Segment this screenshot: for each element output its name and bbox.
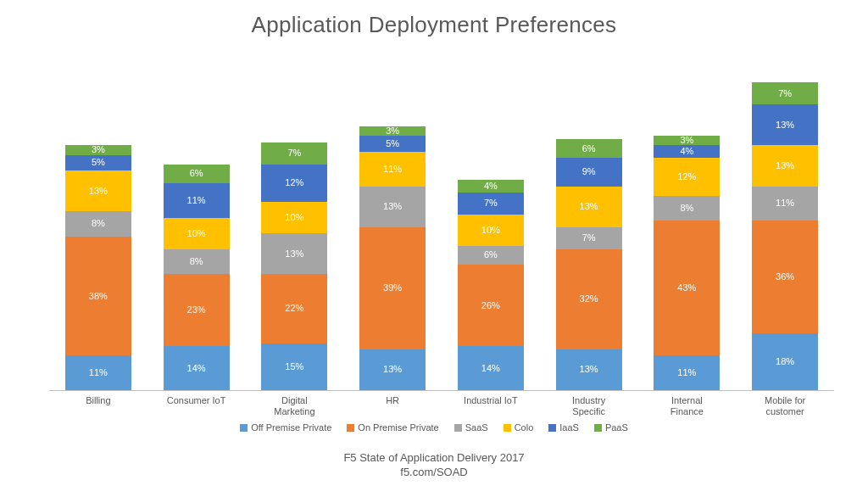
plot-area: 11%38%8%13%5%3%14%23%8%10%11%6%15%22%13%… bbox=[49, 76, 834, 391]
bar-segment: 13% bbox=[359, 187, 426, 227]
bar-segment: 22% bbox=[261, 274, 327, 343]
bar-segment: 4% bbox=[654, 145, 720, 158]
legend-item: Colo bbox=[504, 422, 534, 433]
stacked-bar: 15%22%13%10%12%7% bbox=[261, 142, 327, 390]
bar-segment-value: 32% bbox=[580, 294, 598, 304]
footer-link: f5.com/SOAD bbox=[0, 465, 868, 480]
bar-group: 13%39%13%11%5%3% bbox=[359, 126, 426, 390]
stacked-bar: 14%23%8%10%11%6% bbox=[164, 165, 230, 390]
bar-segment: 10% bbox=[261, 202, 327, 233]
bar-segment-value: 3% bbox=[386, 126, 399, 136]
legend-item: On Premise Private bbox=[347, 422, 438, 433]
bar-segment: 14% bbox=[458, 346, 524, 390]
bar-segment-value: 5% bbox=[386, 139, 399, 148]
bar-segment: 11% bbox=[65, 355, 131, 390]
bar-segment: 3% bbox=[65, 145, 131, 154]
bar-segment-value: 12% bbox=[677, 172, 696, 181]
legend-item: PaaS bbox=[594, 422, 628, 433]
bar-segment-value: 3% bbox=[92, 145, 105, 154]
bar-segment-value: 8% bbox=[92, 219, 105, 228]
bar-segment-value: 10% bbox=[481, 226, 500, 235]
x-axis-label: Industrial IoT bbox=[458, 392, 524, 419]
legend-label: On Premise Private bbox=[358, 422, 438, 433]
bar-segment-value: 13% bbox=[580, 365, 598, 374]
bar-segment-value: 36% bbox=[776, 272, 794, 282]
bar-segment: 9% bbox=[556, 158, 622, 186]
stacked-bar: 13%32%7%13%9%6% bbox=[556, 139, 622, 390]
bar-segment: 12% bbox=[261, 165, 327, 202]
x-axis-labels: BillingConsumer IoTDigital MarketingHRIn… bbox=[49, 392, 834, 419]
legend-swatch bbox=[240, 424, 248, 432]
bar-segment-value: 11% bbox=[776, 198, 794, 208]
bar-segment: 15% bbox=[261, 343, 327, 391]
x-axis-label: Internal Finance bbox=[654, 392, 720, 419]
legend-label: Off Premise Private bbox=[251, 422, 331, 433]
bar-segment: 18% bbox=[752, 333, 818, 390]
bar-segment-value: 6% bbox=[190, 169, 203, 178]
bar-segment-value: 10% bbox=[285, 213, 303, 222]
bar-segment: 13% bbox=[65, 170, 131, 211]
bar-segment-value: 14% bbox=[481, 364, 500, 373]
bar-segment-value: 3% bbox=[680, 136, 693, 145]
stacked-bar: 18%36%11%13%13%7% bbox=[752, 82, 818, 390]
bar-segment: 26% bbox=[458, 265, 524, 346]
stacked-bar: 11%43%8%12%4%3% bbox=[654, 136, 720, 390]
bar-segment: 6% bbox=[556, 139, 622, 158]
bar-segment-value: 13% bbox=[383, 365, 402, 374]
bar-segment: 38% bbox=[65, 237, 131, 356]
bar-group: 11%43%8%12%4%3% bbox=[654, 136, 720, 390]
bar-segment-value: 22% bbox=[285, 304, 303, 313]
bar-segment: 32% bbox=[556, 249, 622, 349]
bar-segment: 14% bbox=[164, 346, 230, 390]
bar-segment-value: 6% bbox=[582, 144, 596, 154]
bar-segment: 13% bbox=[752, 145, 818, 186]
bar-segment: 8% bbox=[164, 249, 230, 275]
bar-segment: 23% bbox=[164, 274, 230, 346]
bar-segment: 10% bbox=[164, 218, 230, 249]
bar-group: 15%22%13%10%12%7% bbox=[261, 142, 327, 390]
bar-segment-value: 8% bbox=[190, 257, 203, 266]
footer-source: F5 State of Application Delivery 2017 bbox=[0, 450, 868, 466]
legend-swatch bbox=[548, 424, 556, 432]
x-axis-label: Industry Specific bbox=[556, 392, 622, 419]
x-axis-label: Digital Marketing bbox=[261, 392, 327, 419]
x-axis-label: Mobile for customer bbox=[752, 392, 818, 419]
bar-segment-value: 26% bbox=[481, 301, 500, 310]
legend-item: IaaS bbox=[548, 422, 579, 433]
x-axis-label: HR bbox=[359, 392, 426, 419]
bar-segment: 7% bbox=[261, 142, 327, 165]
bar-group: 14%26%6%10%7%4% bbox=[458, 180, 524, 390]
bar-segment-value: 4% bbox=[680, 147, 693, 156]
bar-segment-value: 38% bbox=[89, 292, 108, 301]
x-axis-label: Billing bbox=[65, 392, 131, 419]
bar-segment: 3% bbox=[359, 126, 426, 136]
bar-segment: 7% bbox=[752, 82, 818, 104]
bar-segment-value: 7% bbox=[582, 233, 596, 243]
bar-segment-value: 7% bbox=[484, 198, 498, 208]
bar-segment-value: 23% bbox=[187, 305, 206, 315]
bar-segment-value: 6% bbox=[484, 250, 498, 260]
bar-segment: 8% bbox=[65, 211, 131, 237]
bar-segment: 13% bbox=[359, 349, 426, 390]
bar-segment-value: 18% bbox=[776, 357, 794, 366]
bar-segment-value: 13% bbox=[383, 202, 402, 211]
bar-segment-value: 4% bbox=[484, 181, 498, 191]
bar-segment-value: 11% bbox=[89, 368, 108, 377]
legend: Off Premise PrivateOn Premise PrivateSaa… bbox=[0, 422, 868, 433]
bar-segment-value: 11% bbox=[187, 196, 206, 205]
legend-label: SaaS bbox=[465, 422, 488, 433]
legend-item: Off Premise Private bbox=[240, 422, 331, 433]
bar-segment: 8% bbox=[654, 196, 720, 221]
bar-segment: 3% bbox=[654, 136, 720, 145]
bar-segment-value: 13% bbox=[580, 202, 598, 211]
stacked-bar: 11%38%8%13%5%3% bbox=[65, 145, 131, 390]
bar-segment: 6% bbox=[458, 246, 524, 265]
legend-label: Colo bbox=[515, 422, 534, 433]
bar-segment: 13% bbox=[752, 104, 818, 145]
bar-segment: 13% bbox=[556, 349, 622, 390]
bar-segment-value: 43% bbox=[677, 283, 696, 293]
legend-swatch bbox=[454, 424, 462, 432]
bar-segment: 12% bbox=[654, 158, 720, 195]
bar-segment-value: 39% bbox=[383, 283, 402, 293]
bar-segment: 7% bbox=[556, 227, 622, 249]
